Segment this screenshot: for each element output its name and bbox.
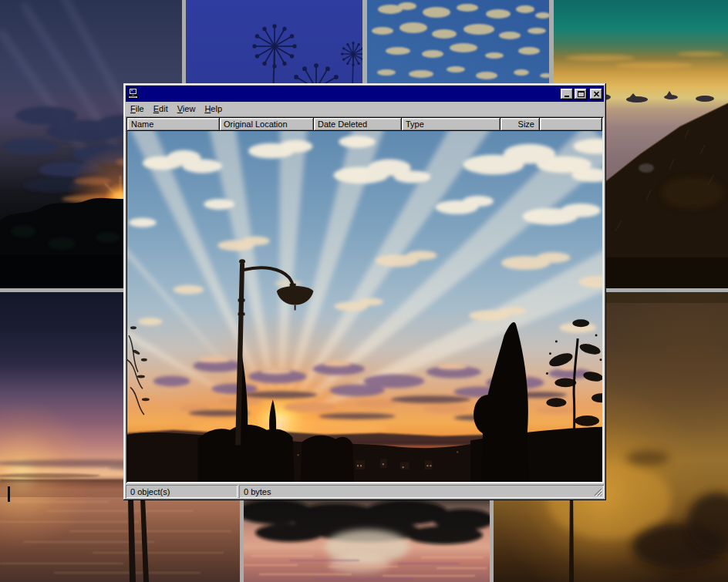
recycle-bin-window: File Edit View Help Name Original Locati… <box>123 83 606 500</box>
menu-bar: File Edit View Help <box>126 102 604 116</box>
status-bytes-panel: 0 bytes <box>239 485 604 498</box>
computer-icon <box>127 88 140 99</box>
column-header-original-location[interactable]: Original Location <box>220 118 314 131</box>
menu-view[interactable]: View <box>173 103 201 116</box>
menu-file[interactable]: File <box>126 103 149 116</box>
menu-edit[interactable]: Edit <box>149 103 173 116</box>
column-header-date-deleted[interactable]: Date Deleted <box>314 118 402 131</box>
folder-view-area[interactable] <box>127 131 602 482</box>
maximize-icon <box>578 91 585 97</box>
resize-grip-icon[interactable] <box>593 487 603 497</box>
column-header-name[interactable]: Name <box>127 118 220 131</box>
status-bytes: 0 bytes <box>244 487 271 496</box>
column-header-type[interactable]: Type <box>402 118 501 131</box>
sunset-streetlamp-photo <box>127 131 602 482</box>
minimize-icon <box>565 96 569 97</box>
column-header-blank[interactable] <box>540 118 602 131</box>
column-header-size[interactable]: Size <box>501 118 540 131</box>
minimize-button[interactable] <box>561 89 573 99</box>
titlebar[interactable] <box>126 86 604 102</box>
status-objects: 0 object(s) <box>126 485 238 498</box>
maximize-button[interactable] <box>575 89 587 99</box>
menu-help[interactable]: Help <box>200 103 227 116</box>
column-headers: Name Original Location Date Deleted Type… <box>127 118 602 131</box>
desktop: { "desktop": { "background_description":… <box>0 0 728 582</box>
file-list: Name Original Location Date Deleted Type… <box>126 116 604 483</box>
close-icon <box>593 91 600 97</box>
close-button[interactable] <box>590 89 602 99</box>
status-bar: 0 object(s) 0 bytes <box>126 485 604 498</box>
